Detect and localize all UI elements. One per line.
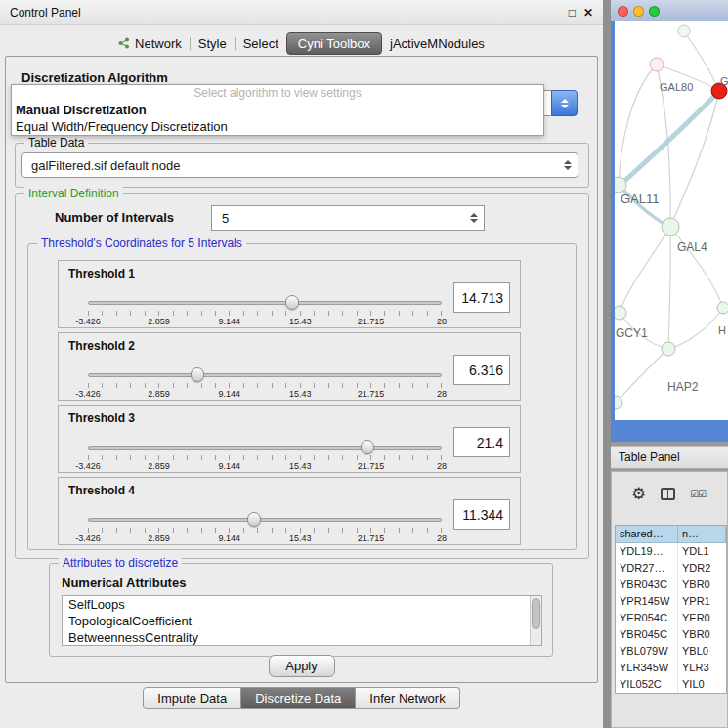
scale-label: 28 bbox=[437, 534, 447, 543]
slider-thumb[interactable] bbox=[361, 440, 374, 454]
float-window-icon[interactable]: □ bbox=[569, 6, 576, 20]
number-of-intervals-spinner[interactable]: 5 bbox=[211, 205, 485, 231]
threshold-slider[interactable]: -3.426 2.859 9.144 15.43 21.715 28 bbox=[88, 366, 442, 400]
slider-scale: -3.426 2.859 9.144 15.43 21.715 28 bbox=[88, 534, 442, 544]
dropdown-option-manual[interactable]: Manual Discretization bbox=[12, 102, 543, 118]
table-row[interactable]: YBR045CYBR0 bbox=[616, 626, 726, 643]
minimize-traffic-icon[interactable] bbox=[633, 6, 644, 17]
node-label-partial-ga[interactable]: GA bbox=[720, 75, 728, 87]
threshold-label: Threshold 3 bbox=[68, 411, 135, 425]
slider-track[interactable] bbox=[88, 446, 442, 450]
table-data-group: Table Data galFiltered.sif default node bbox=[15, 143, 589, 188]
zoom-traffic-icon[interactable] bbox=[649, 6, 660, 17]
combobox-arrows bbox=[564, 153, 572, 177]
right-column: GAL80 GA GAL11 GAL4 GCY1 H HAP2 Table Pa… bbox=[611, 0, 728, 728]
table-row[interactable]: YDR27…YDR2 bbox=[616, 560, 726, 577]
table-row[interactable]: YIL052CYIL0 bbox=[616, 676, 726, 693]
threshold-slider[interactable]: -3.426 2.859 9.144 15.43 21.715 28 bbox=[88, 511, 442, 544]
chevron-down-icon bbox=[561, 105, 569, 108]
tab-cyni-toolbox[interactable]: Cyni Toolbox bbox=[286, 32, 382, 55]
table-row[interactable]: YER054CYER0 bbox=[616, 610, 726, 626]
tab-label: jActiveMNodules bbox=[390, 36, 485, 51]
threshold-slider[interactable]: -3.426 2.859 9.144 15.43 21.715 28 bbox=[88, 294, 442, 327]
node-label-partial-h[interactable]: H bbox=[718, 324, 726, 336]
slider-ticks bbox=[88, 455, 442, 460]
attributes-group: Attributes to discretize Numerical Attri… bbox=[49, 563, 553, 657]
list-item[interactable]: BetweennessCentrality bbox=[63, 629, 541, 646]
tab-discretize-data[interactable]: Discretize Data bbox=[241, 687, 356, 709]
dropdown-option-equal-width[interactable]: Equal Width/Frequency Discretization bbox=[12, 118, 543, 135]
threshold-value-field[interactable]: 21.4 bbox=[453, 427, 510, 457]
slider-ticks bbox=[88, 383, 442, 388]
table-row[interactable]: YBL079WYBL0 bbox=[616, 643, 726, 660]
tab-network[interactable]: Network bbox=[110, 32, 190, 55]
threshold-value-field[interactable]: 11.344 bbox=[453, 499, 510, 530]
top-tab-bar: Network Style Select Cyni Toolbox jActiv… bbox=[0, 30, 603, 56]
node-label-gal11[interactable]: GAL11 bbox=[621, 192, 660, 206]
cell: YLR345W bbox=[616, 660, 678, 676]
scale-label: 28 bbox=[437, 461, 447, 471]
settings-gear-icon[interactable]: ⚙ bbox=[631, 486, 646, 502]
spinner-arrows[interactable] bbox=[470, 206, 478, 230]
table-row[interactable]: YBR043CYBR0 bbox=[616, 577, 726, 593]
list-item[interactable]: TopologicalCoefficient bbox=[63, 613, 541, 629]
threshold-label: Threshold 4 bbox=[68, 484, 135, 497]
columns-icon[interactable] bbox=[661, 488, 675, 500]
slider-track[interactable] bbox=[88, 518, 442, 522]
cell: YDL19… bbox=[616, 543, 678, 560]
dropdown-placeholder: Select algorithm to view settings bbox=[12, 85, 543, 102]
slider-thumb[interactable] bbox=[191, 367, 204, 382]
chevron-down-icon bbox=[470, 219, 478, 223]
node-label-hap2[interactable]: HAP2 bbox=[667, 380, 698, 394]
tab-label: Cyni Toolbox bbox=[298, 36, 370, 51]
select-columns-icon[interactable]: ☑☑ bbox=[690, 489, 706, 499]
combobox-arrow-button[interactable] bbox=[551, 90, 578, 116]
threshold-slider[interactable]: -3.426 2.859 9.144 15.43 21.715 28 bbox=[88, 439, 442, 472]
column-header-name[interactable]: n… bbox=[678, 526, 726, 543]
node-label-gal4[interactable]: GAL4 bbox=[677, 240, 707, 254]
network-canvas[interactable]: GAL80 GA GAL11 GAL4 GCY1 H HAP2 bbox=[615, 21, 728, 420]
attributes-list[interactable]: SelfLoops TopologicalCoefficient Between… bbox=[62, 595, 542, 646]
threshold-value-field[interactable]: 14.713 bbox=[453, 282, 510, 313]
slider-thumb[interactable] bbox=[247, 512, 261, 527]
cell: YIL052C bbox=[616, 676, 678, 693]
table-row[interactable]: YPR145WYPR1 bbox=[616, 593, 726, 610]
scale-label: -3.426 bbox=[75, 317, 101, 326]
scrollbar-thumb[interactable] bbox=[532, 598, 540, 629]
threshold-value-field[interactable]: 6.316 bbox=[453, 355, 510, 385]
cyni-toolbox-panel: Discretization Algorithm Select algorith… bbox=[5, 56, 598, 683]
list-item[interactable]: SelfLoops bbox=[63, 596, 541, 613]
slider-track[interactable] bbox=[88, 373, 442, 377]
tab-select[interactable]: Select bbox=[236, 32, 286, 55]
close-traffic-icon[interactable] bbox=[618, 6, 628, 17]
slider-track[interactable] bbox=[88, 301, 442, 305]
table-row[interactable]: YDL19…YDL1 bbox=[616, 543, 726, 560]
cell: YBL0 bbox=[678, 643, 726, 660]
cell: YDR27… bbox=[616, 560, 678, 577]
tab-style[interactable]: Style bbox=[191, 32, 235, 55]
cell: YPR145W bbox=[616, 593, 678, 610]
apply-button[interactable]: Apply bbox=[269, 655, 335, 677]
node-label-gal80[interactable]: GAL80 bbox=[660, 81, 693, 93]
chevron-up-icon bbox=[564, 160, 572, 164]
table-header-row: shared… n… bbox=[616, 526, 726, 543]
tab-jactivemnodules[interactable]: jActiveMNodules bbox=[382, 32, 492, 55]
close-icon[interactable]: ✕ bbox=[583, 6, 593, 20]
list-scrollbar[interactable] bbox=[530, 596, 541, 645]
window-controls: □ ✕ bbox=[569, 6, 593, 20]
table-row[interactable]: YLR345WYLR3 bbox=[616, 660, 726, 676]
slider-thumb[interactable] bbox=[285, 295, 299, 310]
tab-label: Network bbox=[135, 36, 182, 51]
cell: YBR043C bbox=[616, 577, 678, 593]
tab-impute-data[interactable]: Impute Data bbox=[143, 687, 241, 709]
table-panel-header[interactable]: Table Panel bbox=[611, 446, 728, 469]
node-label-gcy1[interactable]: GCY1 bbox=[616, 326, 648, 340]
chevron-up-icon bbox=[470, 213, 478, 217]
scale-label: 21.715 bbox=[358, 461, 385, 471]
tab-infer-network[interactable]: Infer Network bbox=[356, 687, 459, 709]
column-header-shared-name[interactable]: shared… bbox=[616, 526, 678, 543]
scale-label: 2.859 bbox=[148, 389, 170, 399]
numerical-attributes-label: Numerical Attributes bbox=[62, 576, 186, 590]
tab-label: Discretize Data bbox=[255, 691, 341, 706]
table-data-combobox[interactable]: galFiltered.sif default node bbox=[21, 152, 578, 178]
